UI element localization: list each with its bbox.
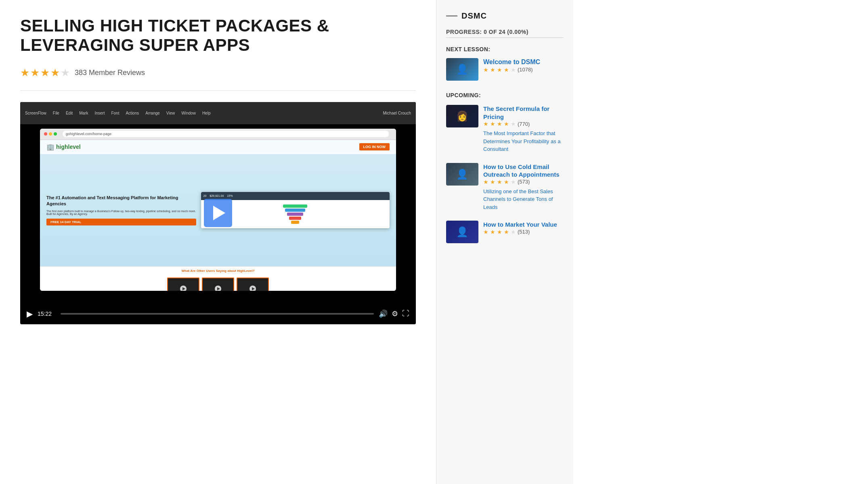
hl-hero-sub: The first ever platform built to manage … (46, 210, 196, 215)
sf-edit: Edit (66, 111, 73, 115)
next-lesson-card: 👤 Welcome to DSMC ★ ★ ★ ★ ★ (1078) (446, 58, 564, 81)
upcoming-3-stars: ★ ★ ★ ★ ★ (513) (483, 229, 564, 235)
test-play-tri-3 (252, 287, 255, 290)
test-play-1 (180, 286, 187, 291)
u2-star-3: ★ (497, 179, 502, 185)
sf-insert: Insert (94, 111, 105, 115)
star-3: ★ (40, 67, 50, 79)
browser-url: gohighlevel.com/home-page (63, 131, 389, 137)
sf-help: Help (202, 111, 211, 115)
u3-star-4: ★ (504, 229, 509, 235)
nl-star-5: ★ (511, 67, 516, 73)
play-button[interactable]: ▶ (27, 309, 33, 319)
test-play-tri-2 (217, 287, 220, 290)
u2-star-2: ★ (490, 179, 495, 185)
upcoming-2-desc: Utilizing one of the Best Sales Channels… (483, 188, 564, 211)
upcoming-1-stars: ★ ★ ★ ★ ★ (770) (483, 121, 564, 127)
sf-font: Font (111, 111, 119, 115)
progress-divider (446, 38, 564, 38)
hl-login-btn[interactable]: LOG IN NOW (359, 143, 390, 150)
time-display: 15:22 (38, 311, 56, 317)
sf-screenflow: ScreenFlow (25, 111, 46, 115)
next-lesson-title[interactable]: Welcome to DSMC (483, 58, 540, 65)
hl-logo: 🏢 highlevel (46, 143, 81, 151)
upcoming-2-count: (573) (518, 179, 530, 185)
dash-stat-2: $29,921.00 (210, 194, 224, 197)
play-icon (213, 206, 225, 220)
secret-person-icon: 👩 (446, 105, 478, 127)
u1-star-1: ★ (483, 121, 489, 127)
funnel-bar-5 (291, 221, 299, 224)
volume-icon[interactable]: 🔊 (379, 309, 388, 318)
dsmc-line (446, 15, 457, 17)
upcoming-lesson-1: 👩 The Secret Formula for Pricing ★ ★ ★ ★… (446, 105, 564, 153)
welcome-person-icon: 👤 (446, 58, 478, 81)
funnel-bar-1 (283, 204, 307, 208)
upcoming-3-title[interactable]: How to Market Your Value (483, 221, 557, 228)
next-lesson-stars: ★ ★ ★ ★ ★ (1078) (483, 67, 564, 73)
welcome-thumb: 👤 (446, 58, 478, 81)
hl-trial-btn[interactable]: FREE 14 DAY TRIAL (46, 219, 196, 225)
test-play-tri-1 (182, 287, 185, 290)
upcoming-2-title[interactable]: How to Use Cold Email Outreach to Appoin… (483, 163, 560, 178)
upcoming-1-desc: The Most Important Factor that Determine… (483, 129, 564, 153)
nl-star-1: ★ (483, 67, 489, 73)
main-content: SELLING HIGH TICKET PACKAGES & LEVERAGIN… (0, 0, 436, 484)
u2-star-1: ★ (483, 179, 489, 185)
funnel-bar-3 (287, 213, 303, 216)
fullscreen-icon[interactable]: ⛶ (402, 309, 409, 318)
sidebar: DSMC PROGRESS: 0 OF 24 (0.00%) NEXT LESS… (436, 0, 573, 484)
dash-stat-1: 20 (203, 194, 207, 197)
dot-minimize (49, 132, 52, 136)
play-overlay[interactable] (204, 199, 232, 227)
testimonial-1 (167, 277, 199, 291)
sidebar-brand: DSMC (446, 11, 564, 21)
u2-star-4: ★ (504, 179, 509, 185)
sf-file: File (53, 111, 59, 115)
u1-star-2: ★ (490, 121, 495, 127)
divider (20, 90, 416, 91)
upcoming-1-title[interactable]: The Secret Formula for Pricing (483, 105, 549, 120)
star-4: ★ (50, 67, 60, 79)
next-lesson-count: (1078) (518, 67, 533, 73)
next-label: NEXT LESSON: (446, 46, 564, 52)
star-2: ★ (30, 67, 40, 79)
browser-dots (44, 132, 57, 136)
sf-user: Michael Crouch (383, 111, 411, 115)
dash-stat-3: 15% (227, 194, 233, 197)
funnel-bar-4 (289, 217, 301, 220)
upcoming-2-stars: ★ ★ ★ ★ ★ (573) (483, 179, 564, 185)
testimonial-2 (202, 277, 234, 291)
u3-star-5: ★ (511, 229, 516, 235)
dot-close (44, 132, 47, 136)
u3-star-1: ★ (483, 229, 489, 235)
video-controls: ▶ 15:22 🔊 ⚙ ⛶ (20, 303, 416, 324)
upcoming-3-count: (513) (518, 229, 530, 235)
upcoming-1-info: The Secret Formula for Pricing ★ ★ ★ ★ ★… (483, 105, 564, 153)
next-lesson-info: Welcome to DSMC ★ ★ ★ ★ ★ (1078) (483, 58, 564, 73)
sf-mark: Mark (79, 111, 88, 115)
url-text: gohighlevel.com/home-page (66, 132, 111, 136)
nl-star-3: ★ (497, 67, 502, 73)
nl-star-2: ★ (490, 67, 495, 73)
testimonials-row (40, 275, 396, 291)
testimonials-header: What Are Other Users Saying about HighLe… (40, 266, 396, 275)
upcoming-3-info: How to Market Your Value ★ ★ ★ ★ ★ (513) (483, 221, 564, 235)
video-player: ScreenFlow File Edit Mark Insert Font Ac… (20, 102, 416, 324)
progress-bar[interactable] (61, 313, 374, 315)
screenflow-bar: ScreenFlow File Edit Mark Insert Font Ac… (20, 102, 416, 124)
upcoming-label: UPCOMING: (446, 92, 564, 98)
star-rating: ★ ★ ★ ★ ★ (20, 67, 70, 79)
cold-thumb: 👤 (446, 163, 478, 186)
hl-logo-icon: 🏢 (46, 143, 55, 151)
rating-row: ★ ★ ★ ★ ★ 383 Member Reviews (20, 67, 416, 79)
secret-thumb: 👩 (446, 105, 478, 127)
market-person-icon: 👤 (446, 221, 478, 243)
upcoming-2-info: How to Use Cold Email Outreach to Appoin… (483, 163, 564, 211)
dsmc-label: DSMC (461, 11, 487, 21)
page-title: SELLING HIGH TICKET PACKAGES & LEVERAGIN… (20, 16, 416, 55)
funnel-bar-2 (285, 209, 305, 212)
hl-nav: 🏢 highlevel LOG IN NOW (40, 140, 396, 154)
settings-icon[interactable]: ⚙ (392, 309, 398, 318)
hl-hero-title: The #1 Automation and Text Messaging Pla… (46, 195, 196, 207)
